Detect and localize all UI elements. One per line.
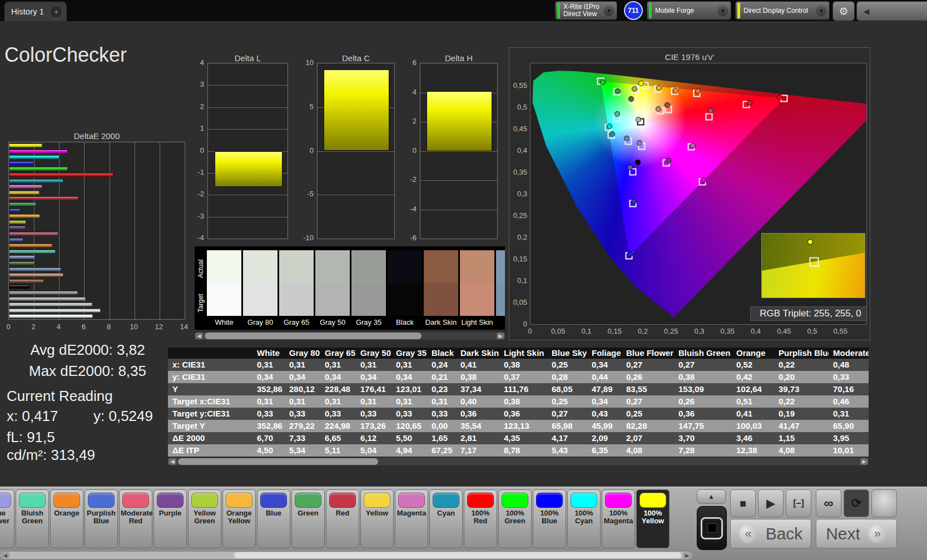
- table-cell: 228,48: [320, 383, 356, 395]
- table-cell: 0,25: [547, 395, 587, 408]
- blank-button[interactable]: [871, 489, 897, 517]
- refresh-button[interactable]: ⟳: [844, 489, 869, 517]
- patch-button-blue[interactable]: Blue: [257, 489, 290, 548]
- table-cell: 4,08: [774, 444, 829, 457]
- patch-button-cyan[interactable]: Cyan: [429, 489, 463, 548]
- table-scrollbar[interactable]: ◀ ▶: [168, 458, 869, 465]
- patch-button-label: 100% Green: [499, 509, 531, 525]
- table-cell: 0,31: [356, 395, 391, 408]
- patch-button-green[interactable]: Green: [291, 489, 325, 548]
- patch-button-label: Green: [292, 509, 324, 517]
- meter-dropdown-i1pro[interactable]: X-Rite i1Pro 3 Direct View ▼: [555, 1, 617, 20]
- patch-button-orange[interactable]: Orange: [50, 489, 83, 548]
- patch-button-purplish-blue[interactable]: Purplish Blue: [85, 489, 118, 548]
- patch-button-blue-flower[interactable]: Blue Flower: [0, 489, 14, 548]
- delta-chart-y-tick: 10: [295, 58, 314, 67]
- swatch-label: Black: [388, 318, 422, 326]
- table-cell: 70,16: [829, 383, 869, 395]
- patch-button-100-yellow[interactable]: 100% Yellow: [636, 489, 670, 548]
- scroll-left-icon[interactable]: ◀: [1, 552, 9, 558]
- cie-measured-dot: [665, 102, 670, 108]
- table-cell: 10,01: [829, 444, 869, 457]
- de2000-bar: [9, 314, 93, 318]
- gear-icon[interactable]: ⚙: [832, 1, 855, 21]
- scroll-left-icon[interactable]: ◀: [168, 458, 176, 465]
- add-tab-button[interactable]: +: [49, 5, 63, 18]
- patch-button-red[interactable]: Red: [326, 489, 359, 548]
- pattern-scrollbar-thumb[interactable]: [234, 552, 681, 558]
- patch-button-100-cyan[interactable]: 100% Cyan: [567, 489, 601, 548]
- history-tab-label: History 1: [11, 7, 44, 16]
- cie-measured-dot: [747, 100, 752, 106]
- meter-badge[interactable]: 711: [624, 1, 643, 20]
- patch-button-100-blue[interactable]: 100% Blue: [533, 489, 566, 548]
- next-button[interactable]: Next »: [816, 519, 897, 548]
- table-cell: 0,22: [774, 395, 829, 408]
- table-cell: 120,65: [391, 420, 427, 432]
- chevron-down-icon[interactable]: ▼: [816, 5, 827, 16]
- patch-button-orange-yellow[interactable]: Orange Yellow: [222, 489, 256, 548]
- pattern-bar-scrollbar[interactable]: ◀ ▶: [0, 551, 692, 559]
- table-row: x: CIE310,310,310,310,310,310,240,410,38…: [168, 359, 869, 371]
- cie-x-tick: 0,25: [659, 327, 683, 335]
- table-cell: 0,38: [499, 359, 547, 371]
- swatch-dark-skin: Dark Skin: [424, 250, 458, 326]
- patch-button-yellow-green[interactable]: Yellow Green: [188, 489, 221, 548]
- patch-button-purple[interactable]: Purple: [153, 489, 187, 548]
- de2000-bar: [9, 291, 78, 295]
- chevron-down-icon[interactable]: ▼: [717, 5, 728, 16]
- scroll-right-icon[interactable]: ▶: [860, 458, 868, 465]
- table-cell: 6,70: [252, 432, 285, 444]
- patch-color-chip: [19, 493, 46, 508]
- chevron-down-icon[interactable]: ▼: [603, 5, 614, 16]
- loop-button[interactable]: ∞: [816, 489, 841, 517]
- swatch-label: Gray 65: [279, 318, 314, 326]
- swatch-scrollbar[interactable]: ◀ ▶: [195, 332, 505, 340]
- table-cell: 0,19: [774, 408, 829, 420]
- collapse-panel-button[interactable]: ◀: [856, 1, 927, 21]
- swatch-scrollbar-thumb[interactable]: [205, 333, 422, 339]
- table-cell: 0,33: [427, 408, 456, 420]
- pattern-window-button[interactable]: [697, 506, 727, 550]
- patch-button-100-red[interactable]: 100% Red: [464, 489, 497, 548]
- cie-x-tick: 0,3: [687, 327, 712, 335]
- table-row: Target Y352,86279,22224,98173,26120,650,…: [168, 420, 869, 432]
- meter-line1: Direct Display Control: [743, 7, 814, 14]
- table-header-cell: Light Skin: [499, 348, 547, 359]
- de2000-bar: [9, 202, 36, 206]
- patch-button-magenta[interactable]: Magenta: [395, 489, 428, 548]
- patch-button-100-green[interactable]: 100% Green: [498, 489, 532, 548]
- cie-measured-dot: [708, 108, 713, 113]
- swatch-actual: [351, 250, 386, 283]
- scroll-right-icon[interactable]: ▶: [683, 552, 691, 558]
- table-header-cell: Moderate Red: [829, 348, 869, 359]
- table-scrollbar-thumb[interactable]: [178, 458, 378, 465]
- swatch-target: [388, 283, 422, 316]
- swatch-gray-65: Gray 65: [279, 250, 314, 326]
- scroll-left-icon[interactable]: ◀: [195, 333, 203, 339]
- delta-chart-y-tick: -6: [398, 234, 417, 242]
- scroll-right-icon[interactable]: ▶: [497, 333, 504, 339]
- pattern-list-up-button[interactable]: ▲: [697, 489, 726, 504]
- table-cell: 0,34: [285, 371, 320, 383]
- patch-button-bluish-green[interactable]: Bluish Green: [16, 489, 49, 548]
- play-button[interactable]: ▶: [758, 489, 784, 517]
- delta-chart-y-tick: -4: [185, 234, 204, 242]
- meter-dropdown-mobile-forge[interactable]: Mobile Forge ▼: [647, 1, 731, 20]
- table-cell: 0,31: [391, 395, 427, 408]
- table-cell: 3,70: [674, 432, 732, 444]
- meter-dropdown-display-control[interactable]: Direct Display Control ▼: [735, 1, 830, 20]
- pattern-size-button[interactable]: [–]: [786, 489, 811, 517]
- swatch-target: [351, 283, 386, 316]
- back-button[interactable]: « Back: [730, 519, 811, 548]
- patch-button-moderate-red[interactable]: Moderate Red: [119, 489, 152, 548]
- patch-button-100-magenta[interactable]: 100% Magenta: [602, 489, 635, 548]
- history-tab[interactable]: History 1 +: [4, 2, 67, 21]
- patch-button-yellow[interactable]: Yellow: [360, 489, 394, 548]
- swatch-actual: [207, 250, 241, 283]
- table-cell: 0,31: [320, 359, 356, 371]
- delta-chart-y-tick: -10: [295, 234, 314, 242]
- de2000-bar: [9, 279, 44, 283]
- gridline: [135, 142, 135, 319]
- stop-button[interactable]: ■: [730, 489, 756, 517]
